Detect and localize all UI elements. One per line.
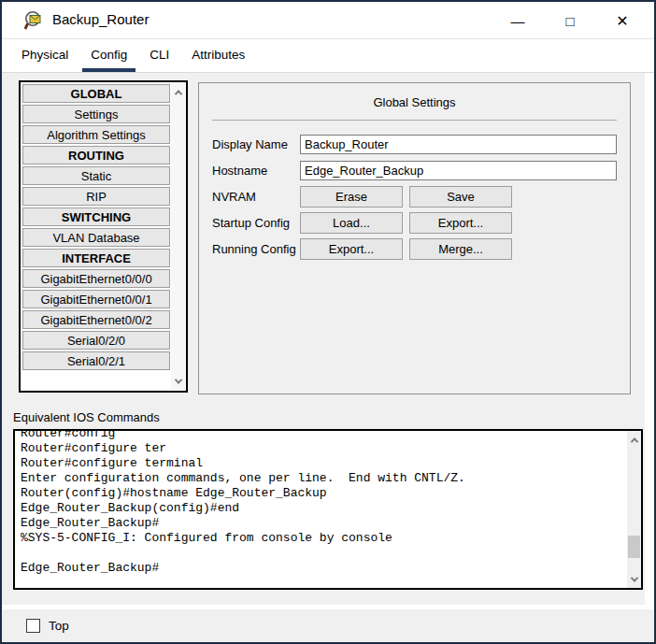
export-running-button[interactable]: Export...	[300, 238, 403, 260]
terminal-line: Enter configuration commands, one per li…	[21, 471, 624, 486]
global-settings-panel: Global Settings Display Name Hostname NV…	[198, 82, 631, 394]
tab-attributes[interactable]: Attributes	[183, 40, 253, 72]
hostname-row: Hostname	[212, 160, 617, 181]
sidebar-item-gigabitethernet0-0-0[interactable]: GigabitEthernet0/0/0	[22, 269, 170, 288]
terminal-line: Edge_Router_Backup#	[21, 516, 624, 531]
terminal-line: Router#config	[21, 429, 624, 441]
minimize-icon[interactable]: —	[492, 2, 544, 39]
sidebar-item-vlan-database[interactable]: VLAN Database	[22, 228, 170, 247]
hostname-label: Hostname	[212, 164, 300, 178]
panel-title: Global Settings	[199, 95, 630, 109]
scroll-up-icon[interactable]	[171, 85, 185, 99]
scroll-down-icon[interactable]	[171, 374, 185, 388]
sidebar-item-interface[interactable]: INTERFACE	[22, 249, 170, 267]
tab-bar: Physical Config CLI Attributes	[2, 40, 654, 73]
panel-divider	[212, 120, 617, 121]
window-title: Backup_Router	[52, 11, 149, 27]
terminal-line: %SYS-5-CONFIG_I: Configured from console…	[21, 531, 624, 546]
tab-cli[interactable]: CLI	[141, 40, 178, 72]
terminal-line: Edge_Router_Backup#	[21, 561, 624, 576]
running-config-label: Running Config	[212, 242, 300, 256]
ios-commands-label: Equivalent IOS Commands	[13, 410, 160, 424]
sidebar-item-serial0-2-1[interactable]: Serial0/2/1	[22, 351, 170, 370]
sidebar-item-switching[interactable]: SWITCHING	[22, 208, 170, 226]
display-name-row: Display Name	[212, 134, 617, 155]
hostname-field[interactable]	[300, 161, 617, 180]
sidebar-item-gigabitethernet0-0-2[interactable]: GigabitEthernet0/0/2	[22, 310, 170, 329]
sidebar-item-global[interactable]: GLOBAL	[22, 84, 170, 103]
terminal-line: Router(config)#hostname Edge_Router_Back…	[21, 486, 624, 501]
window-controls: — □ ✕	[492, 2, 649, 39]
sidebar-item-routing[interactable]: ROUTING	[22, 146, 170, 165]
save-button[interactable]: Save	[409, 186, 512, 208]
nvram-label: NVRAM	[212, 190, 300, 204]
export-startup-button[interactable]: Export...	[409, 212, 512, 234]
scroll-down-icon[interactable]	[627, 572, 641, 586]
terminal-line: Router#configure terminal	[21, 456, 624, 471]
footer-bar: Top	[2, 609, 654, 642]
top-checkbox[interactable]	[26, 619, 40, 633]
load-button[interactable]: Load...	[300, 212, 403, 234]
ios-commands-terminal: Router#config Router#configure ter Route…	[13, 429, 643, 590]
title-bar: Backup_Router — □ ✕	[2, 2, 654, 39]
maximize-icon[interactable]: □	[544, 2, 596, 39]
display-name-label: Display Name	[212, 137, 300, 151]
scroll-up-icon[interactable]	[627, 433, 641, 447]
sidebar-button-list: GLOBAL Settings Algorithm Settings ROUTI…	[22, 84, 170, 370]
merge-button[interactable]: Merge...	[409, 238, 512, 260]
config-pane: GLOBAL Settings Algorithm Settings ROUTI…	[2, 73, 645, 605]
sidebar-item-static[interactable]: Static	[22, 166, 170, 185]
startup-config-row: Startup Config Load... Export...	[212, 212, 617, 234]
sidebar-item-gigabitethernet0-0-1[interactable]: GigabitEthernet0/0/1	[22, 290, 170, 308]
terminal-output: Router#config Router#configure ter Route…	[21, 429, 624, 588]
sidebar-item-algorithm-settings[interactable]: Algorithm Settings	[22, 125, 170, 144]
close-icon[interactable]: ✕	[596, 2, 649, 39]
global-settings-form: Display Name Hostname NVRAM Erase Save S…	[212, 134, 617, 265]
tab-physical[interactable]: Physical	[13, 40, 77, 72]
scrollbar-thumb[interactable]	[628, 536, 640, 558]
running-config-row: Running Config Export... Merge...	[212, 238, 617, 260]
terminal-scrollbar[interactable]	[627, 431, 641, 588]
packet-tracer-device-icon	[24, 10, 45, 31]
sidebar-item-rip[interactable]: RIP	[22, 187, 170, 206]
erase-button[interactable]: Erase	[300, 186, 403, 208]
terminal-line	[21, 546, 624, 561]
top-checkbox-label: Top	[49, 619, 69, 633]
config-sidebar: GLOBAL Settings Algorithm Settings ROUTI…	[19, 80, 188, 393]
device-config-window: Backup_Router — □ ✕ Physical Config CLI …	[0, 0, 656, 644]
terminal-line: Router#configure ter	[21, 441, 624, 456]
sidebar-item-settings[interactable]: Settings	[22, 105, 170, 123]
tab-config[interactable]: Config	[82, 40, 135, 72]
display-name-field[interactable]	[300, 135, 617, 154]
terminal-line: Edge_Router_Backup(config)#end	[21, 501, 624, 516]
nvram-row: NVRAM Erase Save	[212, 186, 617, 208]
sidebar-item-serial0-2-0[interactable]: Serial0/2/0	[22, 331, 170, 350]
sidebar-scrollbar[interactable]	[171, 83, 185, 390]
startup-config-label: Startup Config	[212, 216, 300, 230]
